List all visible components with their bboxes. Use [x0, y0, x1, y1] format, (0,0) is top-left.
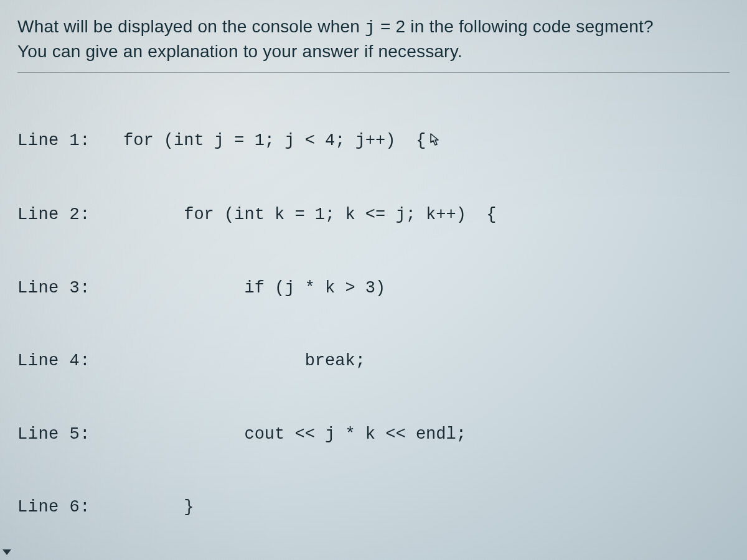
- code-line-1: Line 1: for (int j = 1; j < 4; j++) {: [17, 129, 730, 154]
- dropdown-arrow-icon[interactable]: [2, 549, 11, 555]
- code-line-4: Line 4: break;: [17, 349, 730, 373]
- code-text: cout << j * k << endl;: [123, 422, 730, 447]
- cursor-icon: [430, 130, 441, 154]
- code-text: if (j * k > 3): [123, 276, 730, 301]
- divider: [17, 72, 730, 73]
- code-text: for (int j = 1; j < 4; j++) {: [123, 129, 730, 154]
- code-line-6: Line 6: }: [17, 495, 730, 520]
- question-line-2: You can give an explanation to your answ…: [17, 42, 463, 61]
- code-line-2: Line 2: for (int k = 1; k <= j; k++) {: [17, 203, 730, 227]
- question-text: What will be displayed on the console wh…: [17, 15, 730, 63]
- code-text: break;: [123, 349, 730, 373]
- code-text: for (int k = 1; k <= j; k++) {: [123, 203, 730, 227]
- line-label: Line 6:: [17, 495, 123, 520]
- line-label: Line 3:: [17, 276, 123, 301]
- line-label: Line 1:: [17, 129, 123, 153]
- line-label: Line 5:: [17, 422, 123, 447]
- code-text: }: [123, 495, 730, 520]
- code-line-5: Line 5: cout << j * k << endl;: [17, 422, 730, 447]
- code-line-3: Line 3: if (j * k > 3): [17, 276, 730, 301]
- question-part-2: = 2 in the following code segment?: [375, 17, 654, 36]
- code-block: Line 1: for (int j = 1; j < 4; j++) { Li…: [17, 80, 730, 560]
- line-label: Line 2:: [17, 203, 123, 227]
- line-label: Line 4:: [17, 349, 123, 373]
- question-variable: j: [365, 18, 375, 37]
- question-part-1: What will be displayed on the console wh…: [17, 17, 365, 36]
